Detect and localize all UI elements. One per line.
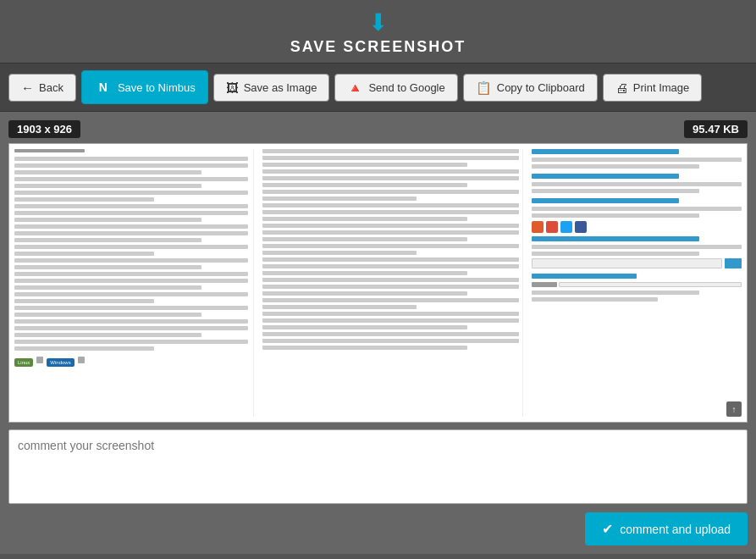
back-button[interactable]: ← Back bbox=[8, 74, 76, 102]
print-image-label: Print Image bbox=[633, 81, 689, 94]
back-arrow-icon: ← bbox=[21, 81, 34, 94]
comment-input[interactable] bbox=[8, 429, 748, 504]
clipboard-icon: 📋 bbox=[476, 81, 492, 94]
download-icon: ⬇ bbox=[368, 8, 388, 36]
comment-footer: ✔ comment and upload bbox=[8, 512, 748, 545]
preview-mid-col bbox=[259, 149, 523, 417]
linux-badge: Linux bbox=[14, 358, 33, 367]
preview-right-col bbox=[528, 149, 742, 417]
page-header: ⬇ SAVE SCREENSHOT bbox=[0, 0, 756, 63]
image-dimensions: 1903 x 926 bbox=[8, 120, 80, 138]
image-icon: 🖼 bbox=[226, 81, 239, 94]
toolbar: ← Back N Save to Nimbus 🖼 Save as Image … bbox=[0, 63, 756, 112]
send-google-label: Send to Google bbox=[368, 81, 444, 94]
save-image-button[interactable]: 🖼 Save as Image bbox=[213, 74, 330, 102]
print-icon: 🖨 bbox=[615, 81, 628, 94]
upload-button[interactable]: ✔ comment and upload bbox=[585, 512, 748, 545]
print-image-button[interactable]: 🖨 Print Image bbox=[603, 74, 702, 102]
preview-content: Linux Windows bbox=[9, 144, 747, 422]
copy-clipboard-button[interactable]: 📋 Copy to Clipboard bbox=[463, 74, 598, 102]
preview-left-col: Linux Windows bbox=[14, 149, 254, 417]
page-title: SAVE SCREENSHOT bbox=[290, 38, 466, 56]
image-filesize: 95.47 KB bbox=[684, 120, 748, 138]
save-nimbus-button[interactable]: N Save to Nimbus bbox=[81, 70, 208, 104]
content-area: 1903 x 926 95.47 KB bbox=[0, 112, 756, 554]
social-icons-row bbox=[532, 221, 742, 233]
back-label: Back bbox=[39, 81, 63, 94]
windows-badge: Windows bbox=[47, 358, 74, 367]
send-google-button[interactable]: 🔺 Send to Google bbox=[334, 74, 457, 102]
save-image-label: Save as Image bbox=[244, 81, 317, 94]
save-nimbus-label: Save to Nimbus bbox=[118, 81, 196, 94]
google-icon: 🔺 bbox=[347, 81, 363, 94]
nimbus-logo: N bbox=[94, 78, 113, 97]
image-info-bar: 1903 x 926 95.47 KB bbox=[8, 120, 748, 138]
copy-clipboard-label: Copy to Clipboard bbox=[497, 81, 585, 94]
comment-section: ✔ comment and upload bbox=[8, 429, 748, 545]
scroll-up-button[interactable]: ↑ bbox=[726, 401, 742, 417]
checkmark-icon: ✔ bbox=[602, 521, 613, 537]
upload-label: comment and upload bbox=[620, 523, 731, 536]
screenshot-preview: Linux Windows bbox=[8, 143, 748, 423]
